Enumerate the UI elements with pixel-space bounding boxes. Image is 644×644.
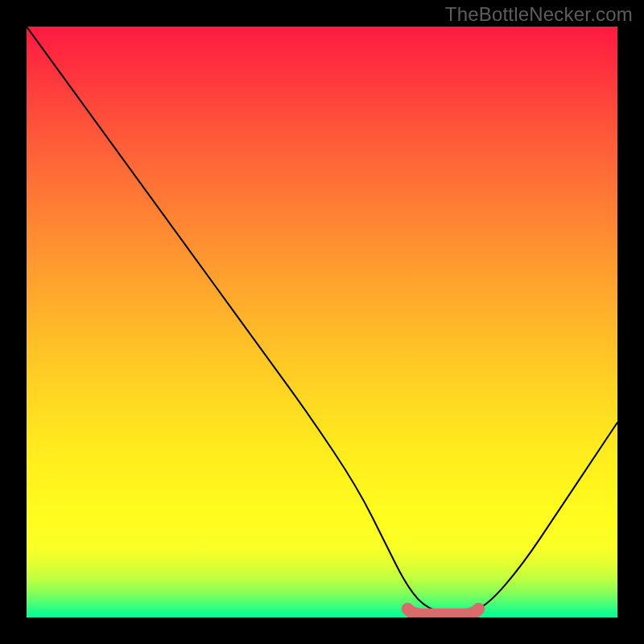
watermark-text: TheBottleNecker.com	[445, 3, 633, 26]
plot-area	[27, 27, 617, 617]
curve-layer	[27, 27, 617, 617]
bottleneck-curve	[27, 27, 617, 614]
trough-marker	[407, 609, 478, 614]
chart-frame: TheBottleNecker.com	[0, 0, 644, 644]
